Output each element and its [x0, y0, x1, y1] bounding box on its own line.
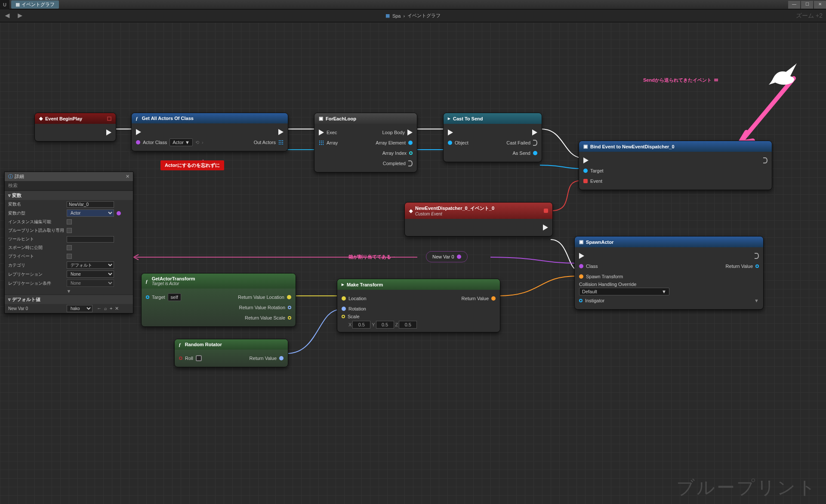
return-value-pin[interactable]: Return Value: [462, 296, 496, 301]
return-value-pin[interactable]: Return Value: [250, 356, 284, 361]
node-spawn-actor[interactable]: ▣SpawnActor Class Return Value Spawn Tra…: [574, 236, 764, 310]
details-panel[interactable]: ⓘ 詳細 ✕ 検索 ▿ 変数 変数名 変数の型 Actor インスタンス編集可能…: [4, 172, 133, 313]
exec-out[interactable]: [543, 224, 548, 230]
default-value-select[interactable]: hako: [67, 305, 92, 312]
nav-forward[interactable]: ►: [16, 11, 24, 20]
expand-icon[interactable]: ▼: [754, 298, 759, 303]
graph-canvas[interactable]: ◆Event BeginPlay fGet All Actors Of Clas…: [0, 22, 826, 504]
node-custom-event[interactable]: ◆ NewEventDispatcher_0_イベント_0 Custom Eve…: [404, 202, 553, 237]
delegate-out-pin[interactable]: [544, 209, 548, 213]
panel-search[interactable]: 検索: [5, 181, 133, 191]
browse-icon[interactable]: ›: [202, 140, 203, 145]
exec-out[interactable]: [532, 129, 537, 135]
tooltip-input[interactable]: [67, 236, 114, 243]
node-make-transform[interactable]: ▸Make Transform Location Return Value Ro…: [337, 279, 500, 332]
scale-pin[interactable]: Scale: [342, 314, 360, 319]
exec-out[interactable]: [106, 129, 111, 135]
scale-z-input[interactable]: [399, 321, 417, 329]
exec-in[interactable]: Exec: [319, 129, 337, 135]
instigator-pin[interactable]: Instigator: [579, 298, 604, 303]
roll-checkbox[interactable]: [196, 355, 202, 361]
node-foreach[interactable]: ▣ForEachLoop Exec Loop Body Array Array …: [314, 113, 417, 172]
array-index-pin[interactable]: Array Index: [382, 151, 413, 156]
repcond-select[interactable]: None: [67, 280, 114, 287]
node-get-all-actors[interactable]: fGet All Actors Of Class Actor Class Act…: [131, 113, 288, 151]
variable-get-node[interactable]: New Var 0: [426, 251, 468, 262]
replication-select[interactable]: None: [67, 270, 114, 278]
rv-rotation-pin[interactable]: Return Value Rotation: [239, 305, 291, 310]
category-select[interactable]: デフォルト: [67, 261, 114, 269]
target-pin[interactable]: Target self: [146, 293, 181, 301]
macro-icon: ▣: [319, 116, 323, 121]
instance-editable-check[interactable]: [67, 219, 72, 224]
actor-class-pin[interactable]: Actor Class Actor ▼ ⟲ ›: [136, 138, 203, 146]
array-element-pin[interactable]: Array Element: [376, 140, 413, 145]
panel-close[interactable]: ✕: [126, 174, 129, 179]
actor-class-dropdown[interactable]: Actor ▼: [170, 138, 193, 146]
close-button[interactable]: ✕: [814, 1, 826, 9]
scale-y-input[interactable]: [376, 321, 394, 329]
node-title: Make Transform: [347, 282, 383, 287]
exec-out[interactable]: [755, 253, 759, 259]
node-get-actor-transform[interactable]: f GetActorTransform Target is Actor Targ…: [141, 273, 296, 327]
exec-in[interactable]: [136, 129, 141, 135]
node-random-rotator[interactable]: fRandom Rotator Roll Return Value: [174, 339, 288, 367]
node-cast-to-send[interactable]: ▸Cast To Send Object Cast Failed As Send: [443, 113, 542, 162]
type-pin-icon: [117, 211, 121, 215]
toolbar: ◄ ► ▦ Spa › イベントグラフ ズーム +2: [0, 9, 826, 22]
nav-back[interactable]: ◄: [3, 11, 11, 20]
array-pin[interactable]: Array: [319, 140, 338, 145]
find-icon[interactable]: ⌕: [104, 306, 107, 311]
reset-icon[interactable]: ⟲: [195, 140, 199, 145]
function-icon: f: [146, 279, 148, 284]
bp-name[interactable]: Spa: [392, 13, 401, 18]
rv-scale-pin[interactable]: Return Value Scale: [245, 315, 291, 320]
completed-pin[interactable]: Completed: [383, 160, 413, 166]
scale-x-input[interactable]: [352, 321, 370, 329]
exec-out[interactable]: [278, 129, 284, 135]
target-pin[interactable]: Target: [583, 168, 604, 173]
object-pin[interactable]: Object: [448, 140, 468, 145]
var-name-input[interactable]: [67, 201, 114, 208]
rv-location-pin[interactable]: Return Value Location: [238, 295, 291, 300]
titlebar: U ▦ イベントグラフ — ☐ ✕: [0, 0, 826, 9]
maximize-button[interactable]: ☐: [801, 1, 813, 9]
spawn-transform-pin[interactable]: Spawn Transform: [579, 274, 623, 279]
panel-title: ⓘ 詳細 ✕: [5, 172, 133, 181]
expose-spawn-check[interactable]: [67, 245, 72, 250]
node-bind-event[interactable]: ▣Bind Event to NewEventDispatcher_0 Targ…: [579, 141, 772, 190]
loop-body-pin[interactable]: Loop Body: [382, 129, 413, 135]
envelope-icon: ✉: [714, 77, 718, 83]
zoom-label: ズーム +2: [796, 12, 823, 20]
collision-dropdown[interactable]: Default▼: [579, 288, 669, 295]
var-type-select[interactable]: Actor: [67, 209, 114, 217]
exec-in[interactable]: [583, 157, 589, 163]
location-pin[interactable]: Location: [342, 296, 367, 301]
editor-tab[interactable]: ▦ イベントグラフ: [11, 0, 59, 9]
info-icon: ⓘ: [8, 173, 13, 180]
rotation-pin[interactable]: Rotation: [342, 306, 366, 311]
node-event-beginplay[interactable]: ◆Event BeginPlay: [34, 113, 116, 141]
var-out-pin[interactable]: [457, 255, 461, 259]
as-send-pin[interactable]: As Send: [512, 151, 537, 156]
exec-in[interactable]: [448, 129, 453, 135]
return-value-pin[interactable]: Return Value: [726, 264, 759, 269]
readonly-check[interactable]: [67, 228, 72, 233]
out-actors-pin[interactable]: Out Actors: [254, 140, 284, 145]
breadcrumb: ▦ Spa › イベントグラフ: [385, 12, 441, 19]
add-icon[interactable]: +: [110, 306, 112, 311]
exec-out[interactable]: [763, 157, 767, 163]
clear-icon[interactable]: ✕: [115, 306, 119, 311]
node-title: ForEachLoop: [326, 116, 356, 121]
reset-icon[interactable]: ←: [97, 306, 102, 311]
roll-pin[interactable]: Roll: [179, 355, 202, 361]
expand-advanced[interactable]: ▼: [5, 288, 133, 295]
cast-failed-pin[interactable]: Cast Failed: [506, 140, 537, 146]
event-pin[interactable]: Event: [583, 178, 602, 184]
class-pin[interactable]: Class: [579, 264, 598, 269]
graph-name[interactable]: イベントグラフ: [407, 12, 441, 19]
collision-label: Collision Handling Override: [579, 282, 636, 287]
private-check[interactable]: [67, 254, 72, 259]
exec-in[interactable]: [579, 253, 584, 259]
minimize-button[interactable]: —: [788, 1, 800, 9]
